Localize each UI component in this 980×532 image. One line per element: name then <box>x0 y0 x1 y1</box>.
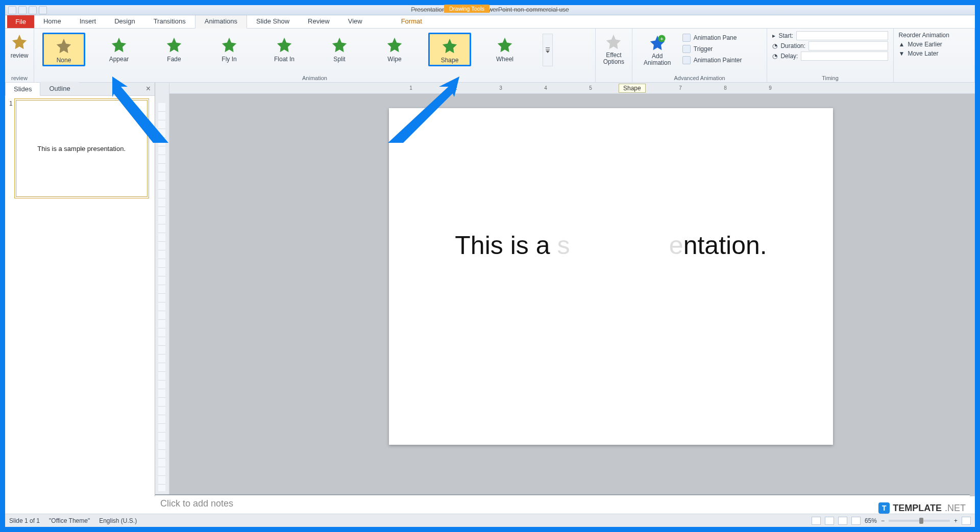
animation-painter-button[interactable]: Animation Painter <box>680 55 744 65</box>
animation-wipe[interactable]: Wipe <box>373 33 416 64</box>
clock-icon: ◔ <box>772 53 777 60</box>
undo-icon[interactable] <box>18 6 27 14</box>
animation-label: None <box>57 57 71 64</box>
ribbon: review review NoneAppearFadeFly InFloat … <box>5 29 975 83</box>
add-animation-button[interactable]: + Add Animation <box>639 32 676 68</box>
save-icon[interactable] <box>8 6 16 14</box>
tab-format[interactable]: Format <box>392 14 431 28</box>
effect-options-label: Effect Options <box>603 52 624 65</box>
tab-insert[interactable]: Insert <box>70 14 106 28</box>
star-icon <box>10 33 29 51</box>
notes-placeholder: Click to add notes <box>160 498 233 509</box>
animation-label: Shape <box>441 57 459 64</box>
fit-button[interactable] <box>962 517 971 525</box>
qat-more-icon[interactable] <box>39 6 47 14</box>
star-icon <box>385 36 404 54</box>
move-later-button[interactable]: ▼Move Later <box>897 49 971 58</box>
normal-view-button[interactable] <box>812 517 821 525</box>
star-icon <box>110 36 128 54</box>
animation-fade[interactable]: Fade <box>153 33 195 64</box>
quick-access-toolbar <box>8 6 47 14</box>
status-theme: "Office Theme" <box>49 517 90 524</box>
tab-file[interactable]: File <box>7 15 34 28</box>
trigger-button[interactable]: Trigger <box>680 44 744 54</box>
duration-input[interactable] <box>808 41 888 50</box>
slide-number: 1 <box>9 100 13 197</box>
trigger-icon <box>682 45 691 53</box>
delay-input[interactable] <box>801 52 888 61</box>
star-icon <box>496 36 514 54</box>
clock-icon: ◔ <box>772 42 777 49</box>
ribbon-tabs: File Home Insert Design Transitions Anim… <box>5 15 975 29</box>
animation-flyin[interactable]: Fly In <box>208 33 251 64</box>
painter-icon <box>682 56 691 64</box>
brand-name: TEMPLATE <box>893 503 942 514</box>
star-icon <box>330 36 349 54</box>
svg-text:+: + <box>660 36 664 42</box>
sorter-view-button[interactable] <box>825 517 834 525</box>
slide-canvas[interactable]: This is a s entation. <box>389 108 833 445</box>
window-title: Presentation1 - Microsoft PowerPoint non… <box>411 6 569 13</box>
group-advanced-animation: + Add Animation Animation Pane Trigger A… <box>632 29 768 82</box>
group-timing: ▸Start: ◔Duration: ◔Delay: Timing <box>767 29 893 82</box>
animation-label: Float In <box>274 56 295 63</box>
reading-view-button[interactable] <box>838 517 847 525</box>
redo-icon[interactable] <box>29 6 37 14</box>
down-icon: ▼ <box>899 50 905 57</box>
add-animation-label: Add Animation <box>644 53 671 66</box>
tab-view[interactable]: View <box>339 14 372 28</box>
animation-label: Split <box>333 56 345 63</box>
group-reorder: Reorder Animation ▲Move Earlier ▼Move La… <box>894 29 975 82</box>
star-icon <box>55 37 73 55</box>
panel-tab-slides[interactable]: Slides <box>5 82 40 96</box>
add-star-icon: + <box>648 34 667 52</box>
duration-label: Duration: <box>780 42 805 49</box>
tab-review[interactable]: Review <box>299 14 339 28</box>
animation-label: Fade <box>167 56 181 63</box>
tab-home[interactable]: Home <box>34 14 70 28</box>
status-lang: English (U.S.) <box>99 517 137 524</box>
horizontal-ruler: 123456789 <box>169 83 975 94</box>
animation-none[interactable]: None <box>42 33 85 66</box>
preview-button[interactable]: review <box>8 31 31 61</box>
group-effect-options: Effect Options <box>596 29 632 82</box>
animation-wheel[interactable]: Wheel <box>483 33 526 64</box>
animation-split[interactable]: Split <box>318 33 361 64</box>
preview-label: review <box>11 52 29 59</box>
star-icon <box>220 36 238 54</box>
status-bar: Slide 1 of 1 "Office Theme" English (U.S… <box>5 514 975 527</box>
tab-design[interactable]: Design <box>105 14 144 28</box>
gallery-more-button[interactable] <box>543 34 553 66</box>
animation-tooltip: Shape <box>619 84 646 93</box>
pane-icon <box>682 34 691 42</box>
animation-appear[interactable]: Appear <box>97 33 140 64</box>
notes-pane[interactable]: Click to add notes <box>155 494 970 514</box>
animation-shape[interactable]: Shape <box>428 33 471 66</box>
effect-options-button[interactable]: Effect Options <box>601 31 626 67</box>
move-earlier-button[interactable]: ▲Move Earlier <box>897 40 971 49</box>
status-slide: Slide 1 of 1 <box>9 517 40 524</box>
group-animation: NoneAppearFadeFly InFloat InSplitWipeSha… <box>34 29 596 82</box>
zoom-slider[interactable] <box>889 520 950 522</box>
group-label-preview: review <box>11 73 28 81</box>
tab-transitions[interactable]: Transitions <box>144 14 195 28</box>
animation-floatin[interactable]: Float In <box>263 33 306 64</box>
zoom-out-button[interactable]: − <box>881 517 885 524</box>
star-icon <box>604 33 623 51</box>
panel-tab-outline[interactable]: Outline <box>40 82 79 95</box>
slideshow-view-button[interactable] <box>851 517 861 525</box>
tab-animations[interactable]: Animations <box>195 14 247 29</box>
slide-editor: 123456789 Shape This is a s entation. <box>169 83 975 496</box>
title-bar: Presentation1 - Microsoft PowerPoint non… <box>5 5 975 15</box>
brand-logo-icon: T <box>878 502 890 514</box>
zoom-in-button[interactable]: + <box>954 517 958 524</box>
animation-pane-button[interactable]: Animation Pane <box>680 33 744 43</box>
slide-text[interactable]: This is a s entation. <box>389 231 833 260</box>
start-input[interactable] <box>796 31 888 40</box>
play-icon: ▸ <box>772 32 775 39</box>
animation-label: Fly In <box>222 56 236 63</box>
up-icon: ▲ <box>899 41 905 48</box>
callout-arrow <box>383 77 464 148</box>
animation-label: Appear <box>109 56 129 63</box>
tab-slideshow[interactable]: Slide Show <box>247 14 299 28</box>
